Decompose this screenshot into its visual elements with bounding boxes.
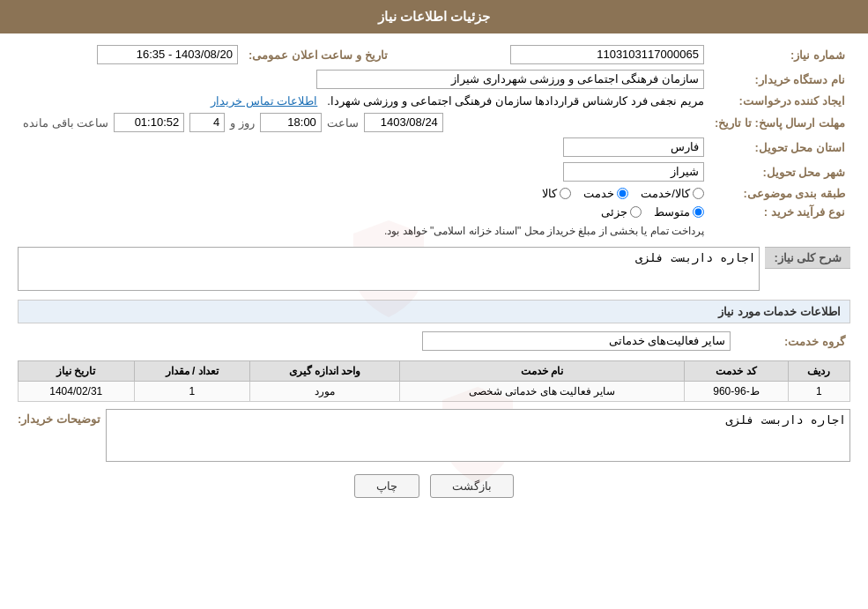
sharh-section: شرح کلی نیاز: اجاره داربست فلزی (18, 247, 850, 291)
col-vahed: واحد اندازه گیری (249, 361, 399, 382)
print-button[interactable]: چاپ (354, 474, 419, 498)
noue-option-jozi[interactable]: جزئی (601, 205, 642, 219)
tozihat-section: اجاره داربست فلزی توضیحات خریدار: (18, 409, 850, 462)
noue-radio-group: متوسط جزئی (23, 205, 704, 219)
cell-tarikh: 1404/02/31 (19, 382, 135, 402)
services-title: اطلاعات خدمات مورد نیاز (18, 300, 850, 323)
table-row: 1 ط-96-960 سایر فعالیت های خدماتی شخصی م… (19, 382, 850, 402)
cell-tedad: 1 (134, 382, 249, 402)
col-tedad: تعداد / مقدار (134, 361, 249, 382)
grohe-table: گروه خدمت: سایر فعالیت‌های خدماتی (18, 329, 850, 353)
table-body: 1 ط-96-960 سایر فعالیت های خدماتی شخصی م… (19, 382, 850, 402)
tabaqe-option-kala[interactable]: کالا (542, 187, 571, 200)
tabaqe-options: کالا/خدمت خدمت کالا (18, 184, 709, 203)
mohlat-saat-field: 18:00 (260, 113, 322, 132)
cell-vahed: مورد (249, 382, 399, 402)
mohlat-rooz-field: 4 (189, 113, 225, 132)
info-table: شماره نیاز: 1103103117000065 تاریخ و ساع… (18, 42, 850, 240)
mohlat-saaat-label: ساعت (327, 116, 359, 130)
sharh-watermark-area: اجاره داربست فلزی (18, 247, 760, 291)
mohlat-countdown-label: ساعت باقی مانده (23, 116, 108, 130)
noue-label: نوع فرآیند خرید : (709, 203, 850, 221)
grohe-field: سایر فعالیت‌های خدماتی (422, 331, 731, 351)
mohlat-label: مهلت ارسال پاسخ: تا تاریخ: (709, 110, 850, 135)
tabaqe-option-khedmat[interactable]: خدمت (583, 187, 628, 200)
ostan-field: فارس (563, 137, 704, 157)
tarikh-field: 1403/08/20 - 16:35 (97, 45, 238, 64)
noue-options: متوسط جزئی (18, 203, 709, 221)
nam-dastgah-value: سازمان فرهنگی اجتماعی و ورزشی شهرداری شی… (18, 67, 709, 92)
shomare-niaz-field: 1103103117000065 (510, 45, 704, 64)
page-header: جزئیات اطلاعات نیاز (0, 0, 868, 33)
ostan-label: استان محل تحویل: (709, 135, 850, 160)
mohlat-row: 1403/08/24 ساعت 18:00 روز و 4 01:10:52 (18, 110, 709, 135)
tabaqe-radio-group: کالا/خدمت خدمت کالا (23, 187, 704, 200)
tarikh-value: 1403/08/20 - 16:35 (18, 42, 243, 67)
back-button[interactable]: بازگشت (430, 474, 514, 498)
tozihat-textarea[interactable]: اجاره داربست فلزی (106, 409, 850, 462)
shahr-field: شیراز (563, 162, 704, 182)
cell-nam: سایر فعالیت های خدماتی شخصی (400, 382, 685, 402)
button-row: بازگشت چاپ (18, 474, 850, 498)
services-table: ردیف کد خدمت نام خدمت واحد اندازه گیری ت… (18, 360, 850, 402)
shahr-label: شهر محل تحویل: (709, 160, 850, 184)
mohlat-countdown-field: 01:10:52 (114, 113, 184, 132)
shomare-niaz-value: 1103103117000065 (405, 42, 709, 67)
tabaqe-label: طبقه بندی موضوعی: (709, 184, 850, 203)
sharh-container: اجاره داربست فلزی (18, 247, 760, 291)
cell-kod: ط-96-960 (685, 382, 789, 402)
ostan-value: فارس (405, 135, 709, 160)
shahr-value: شیراز (405, 160, 709, 184)
mohlat-date-field: 1403/08/24 (364, 113, 443, 132)
table-header: ردیف کد خدمت نام خدمت واحد اندازه گیری ت… (19, 361, 850, 382)
tabaqe-option-kala-khedmat[interactable]: کالا/خدمت (641, 187, 704, 200)
col-tarikh: تاریخ نیاز (19, 361, 135, 382)
col-radif: ردیف (788, 361, 849, 382)
cell-radif: 1 (788, 382, 849, 402)
noue-notice: پرداخت تمام یا بخشی از مبلغ خریداز محل "… (18, 221, 709, 240)
sharh-section-label: شرح کلی نیاز: (765, 247, 850, 269)
tozihat-container: اجاره داربست فلزی (106, 409, 850, 462)
ijad-value: مریم نجفی فرد کارشناس قراردادها سازمان ف… (18, 92, 709, 110)
mohlat-rooz-label: روز و (230, 116, 255, 130)
col-kod: کد خدمت (685, 361, 789, 382)
noue-option-motevaset[interactable]: متوسط (654, 205, 704, 219)
tozihat-label: توضیحات خریدار: (18, 409, 100, 426)
sharh-textarea[interactable]: اجاره داربست فلزی (18, 247, 760, 291)
grohe-label: گروه خدمت: (736, 329, 850, 353)
content-area: شماره نیاز: 1103103117000065 تاریخ و ساع… (0, 33, 868, 516)
nam-dastgah-field: سازمان فرهنگی اجتماعی و ورزشی شهرداری شی… (316, 70, 704, 89)
col-nam: نام خدمت (400, 361, 685, 382)
grohe-value: سایر فعالیت‌های خدماتی (18, 329, 736, 353)
page-title: جزئیات اطلاعات نیاز (378, 9, 490, 24)
tarikh-label: تاریخ و ساعت اعلان عمومی: (243, 42, 405, 67)
page-wrapper: جزئیات اطلاعات نیاز شماره نیاز: 11031031… (0, 0, 868, 609)
nam-dastgah-label: نام دستگاه خریدار: (709, 67, 850, 92)
tozihat-watermark-area: اجاره داربست فلزی (106, 409, 850, 462)
ijad-link[interactable]: اطلاعات تماس خریدار (211, 94, 317, 108)
shomare-niaz-label: شماره نیاز: (709, 42, 850, 67)
ijad-label: ایجاد کننده درخواست: (709, 92, 850, 110)
